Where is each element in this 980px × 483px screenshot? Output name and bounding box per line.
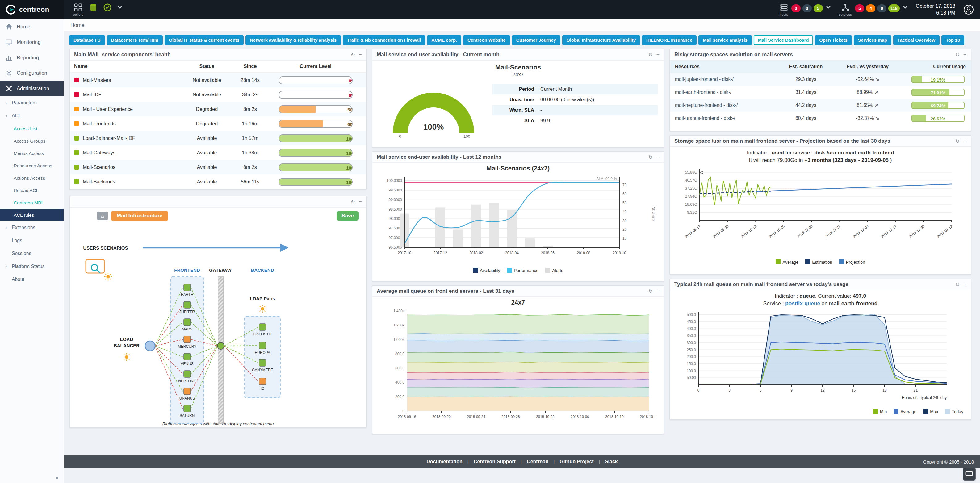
services-icon[interactable]: services xyxy=(839,3,852,16)
sidebar-item-label: Configuration xyxy=(17,70,47,76)
sidebar-item-reload-acl[interactable]: Reload ACL xyxy=(0,184,64,196)
refresh-icon[interactable]: ↻ xyxy=(955,138,959,145)
chevron-down-icon[interactable] xyxy=(903,6,908,9)
sidebar-item-acl-rules[interactable]: ACL rules xyxy=(0,209,64,221)
sidebar-item-actions-access[interactable]: Actions Access xyxy=(0,172,64,184)
sidebar-item-parameters[interactable]: ▸Parameters xyxy=(0,96,64,109)
pollers-icon[interactable]: pollers xyxy=(73,3,83,16)
typical-heading-1: Indicator : queue. Current value: 497.0 xyxy=(670,292,971,300)
collapse-icon[interactable]: − xyxy=(656,52,660,58)
collapse-icon[interactable]: − xyxy=(963,52,966,58)
table-row[interactable]: mail-jupiter-frontend - disk-/29.3 days-… xyxy=(670,73,971,86)
tab-mail-service-dashboard[interactable]: Mail Service Dashboard xyxy=(754,35,813,45)
tab-network-availability-reliability-analysis[interactable]: Network availability & reliability analy… xyxy=(245,35,341,45)
tab-mail-service-analysis[interactable]: Mail service analysis xyxy=(698,35,751,45)
table-row[interactable]: Mail-BackendsAvailable56m 11s100% xyxy=(70,174,366,189)
footer-link-documentation[interactable]: Documentation xyxy=(426,459,462,464)
tab-acme-corp[interactable]: ACME corp. xyxy=(427,35,461,45)
table-row[interactable]: Mail-ScenariosAvailable8m 2s100% xyxy=(70,160,366,174)
service-badge-1[interactable]: 4 xyxy=(866,4,875,12)
table-row[interactable]: Mail-GatewaysAvailable1h 38m100% xyxy=(70,145,366,160)
service-badge-0[interactable]: 5 xyxy=(855,4,864,12)
footer-link-github-project[interactable]: Github Project xyxy=(560,459,593,464)
table-row[interactable]: Mail - User ExperienceDegraded8m 2s50% xyxy=(70,102,366,116)
sidebar-item-sessions[interactable]: Sessions xyxy=(0,247,64,260)
tab-customer-journey[interactable]: Customer Journey xyxy=(512,35,560,45)
table-row[interactable]: mail-neptune-frontend - disk-/44.2 days8… xyxy=(670,99,971,112)
collapse-icon[interactable]: − xyxy=(359,52,362,58)
user-menu[interactable] xyxy=(963,4,974,15)
footer-link-centreon[interactable]: Centreon xyxy=(527,459,548,464)
sidebar-item-home[interactable]: Home xyxy=(0,19,64,35)
table-row[interactable]: Load-Balancer-Mail-IDFAvailable1h 57m100… xyxy=(70,131,366,145)
tab-top-10[interactable]: Top 10 xyxy=(942,35,964,45)
collapse-icon[interactable]: − xyxy=(359,199,362,205)
tab-database-fs[interactable]: Database FS xyxy=(69,35,105,45)
sidebar-item-about[interactable]: About xyxy=(0,273,64,286)
table-row[interactable]: Mail-FrontendsDegraded1h 16m60% xyxy=(70,116,366,131)
refresh-icon[interactable]: ↻ xyxy=(648,154,653,161)
sidebar-item-monitoring[interactable]: Monitoring xyxy=(0,35,64,50)
service-badge-3[interactable]: 118 xyxy=(888,4,900,12)
widget-grid: Main MAIL service components' health ↻ −… xyxy=(64,47,980,434)
hosts-icon[interactable]: hosts xyxy=(780,3,788,16)
footer-link-centreon-support[interactable]: Centreon Support xyxy=(474,459,515,464)
sidebar-item-acl[interactable]: ▾ACL xyxy=(0,109,64,122)
refresh-icon[interactable]: ↻ xyxy=(955,281,959,288)
host-badge-1[interactable]: 0 xyxy=(802,4,812,12)
breadcrumb[interactable]: Home xyxy=(64,19,980,32)
sidebar-item-platform-status[interactable]: ▸Platform Status xyxy=(0,260,64,273)
collapse-icon[interactable]: − xyxy=(656,288,660,295)
service-badge-2[interactable]: 0 xyxy=(877,4,886,12)
refresh-icon[interactable]: ↻ xyxy=(351,52,355,58)
tab-hillmore-insurance[interactable]: HILLMORE Insurance xyxy=(642,35,697,45)
collapse-icon[interactable]: − xyxy=(963,138,966,145)
sidebar-item-access-groups[interactable]: Access Groups xyxy=(0,135,64,147)
refresh-icon[interactable]: ↻ xyxy=(648,288,653,295)
host-badge-0[interactable]: 0 xyxy=(791,4,800,12)
infra-title-badge[interactable]: Mail Infrastructure xyxy=(111,211,168,220)
sidebar-collapse-button[interactable]: « xyxy=(55,474,59,481)
refresh-icon[interactable]: ↻ xyxy=(351,199,355,205)
table-row[interactable]: Mail-MastersNot available28m 14s0% xyxy=(70,73,366,88)
poller-status-icon[interactable] xyxy=(103,3,112,12)
home-icon[interactable]: ⌂ xyxy=(97,212,108,220)
sidebar-item-configuration[interactable]: Configuration xyxy=(0,65,64,81)
collapse-icon[interactable]: − xyxy=(656,154,660,161)
tab-global-it-status-current-events[interactable]: Global IT status & current events xyxy=(165,35,244,45)
host-badge-2[interactable]: 5 xyxy=(814,4,823,12)
sidebar-item-administration[interactable]: Administration xyxy=(0,81,64,96)
chat-widget-button[interactable] xyxy=(963,467,976,481)
chevron-down-icon[interactable] xyxy=(826,6,831,9)
tab-open-tickets[interactable]: Open Tickets xyxy=(815,35,851,45)
tab-global-infrastructure-availability[interactable]: Global Infrastructure Availability xyxy=(562,35,640,45)
gauge-info-table: PeriodCurrent MonthUnav. time00:00:00 (0… xyxy=(492,84,658,126)
table-row[interactable]: mail-earth-frontend - disk-/31.4 days88.… xyxy=(670,86,971,99)
tab-services-map[interactable]: Services map xyxy=(854,35,891,45)
sidebar-item-reporting[interactable]: Reporting xyxy=(0,50,64,65)
tab-tactical-overview[interactable]: Tactical Overview xyxy=(893,35,940,45)
svg-text:400.0: 400.0 xyxy=(395,380,404,384)
chevron-right-icon: ▸ xyxy=(6,225,9,230)
sidebar-item-centreon-mbi[interactable]: Centreon MBI xyxy=(0,196,64,209)
refresh-icon[interactable]: ↻ xyxy=(648,52,653,58)
centreon-logo[interactable]: centreon xyxy=(0,0,64,19)
chevron-down-icon[interactable] xyxy=(117,6,122,9)
tab-datacenters-tem-hum[interactable]: Datacenters Tem/Hum xyxy=(107,35,163,45)
sidebar-item-logs[interactable]: Logs xyxy=(0,234,64,247)
sidebar-item-extensions[interactable]: ▸Extensions xyxy=(0,221,64,234)
tab-trafic-nb-connection-on-firewall[interactable]: Trafic & Nb connection on Firewall xyxy=(343,35,425,45)
sidebar-item-resources-access[interactable]: Resources Access xyxy=(0,159,64,172)
chart-title: Mail-Scenarios (24x7) xyxy=(372,165,664,172)
database-icon[interactable] xyxy=(89,3,97,12)
table-row[interactable]: Mail-IDFNot available34m 2s0% xyxy=(70,88,366,102)
table-row[interactable]: mail-uranus-frontend - disk-/60.4 days-3… xyxy=(670,112,971,125)
collapse-icon[interactable]: − xyxy=(963,281,966,288)
sidebar-item-menus-access[interactable]: Menus Access xyxy=(0,147,64,159)
legend-item-performance: Performance xyxy=(507,268,538,273)
sidebar-item-access-list[interactable]: Access List xyxy=(0,122,64,135)
footer-link-slack[interactable]: Slack xyxy=(605,459,618,464)
refresh-icon[interactable]: ↻ xyxy=(955,52,959,58)
save-button[interactable]: Save xyxy=(337,211,359,220)
tab-centreon-website[interactable]: Centreon Website xyxy=(463,35,510,45)
